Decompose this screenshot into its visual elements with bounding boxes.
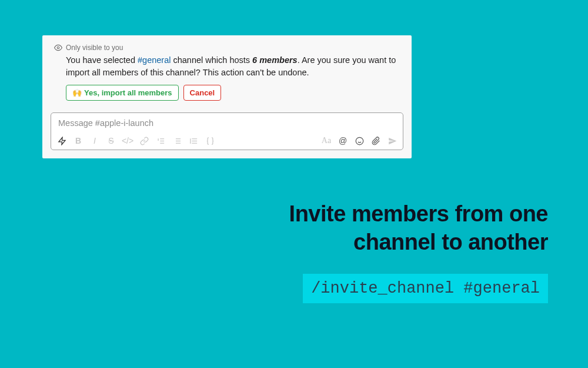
confirm-label: Yes, import all members	[84, 88, 172, 97]
headline-line2: channel to another	[289, 228, 548, 257]
action-buttons: 🙌 Yes, import all members Cancel	[51, 85, 403, 101]
message-body: You have selected #general channel which…	[51, 54, 403, 79]
slack-message-card: Only visible to you You have selected #g…	[42, 35, 412, 158]
svg-point-0	[57, 47, 59, 49]
raised-hands-icon: 🙌	[72, 88, 82, 97]
code-icon[interactable]: </>	[123, 136, 132, 145]
message-text: channel which hosts	[171, 55, 252, 65]
ephemeral-label: Only visible to you	[66, 44, 123, 52]
link-icon[interactable]	[139, 136, 149, 145]
member-count: 6 members	[252, 55, 298, 65]
blockquote-icon[interactable]	[189, 136, 198, 145]
format-icon[interactable]: Aa	[322, 136, 331, 145]
lightning-icon[interactable]	[57, 136, 66, 145]
toolbar-left: B I S </>	[57, 136, 215, 145]
send-icon[interactable]	[387, 136, 397, 145]
emoji-icon[interactable]	[355, 136, 364, 145]
code-block-icon[interactable]	[205, 136, 215, 145]
bold-icon[interactable]: B	[74, 136, 83, 145]
mention-icon[interactable]: @	[338, 136, 348, 145]
promo-headline: Invite members from one channel to anoth…	[289, 200, 548, 256]
channel-link[interactable]: #general	[138, 55, 171, 65]
svg-marker-1	[58, 137, 65, 145]
message-text: You have selected	[66, 55, 138, 65]
italic-icon[interactable]: I	[90, 136, 99, 145]
message-composer: Message #apple-i-launch B I S </>	[51, 112, 403, 150]
composer-toolbar: B I S </>	[51, 133, 403, 150]
cancel-button[interactable]: Cancel	[183, 85, 222, 101]
eye-icon	[54, 44, 62, 52]
strikethrough-icon[interactable]: S	[106, 136, 116, 145]
ephemeral-notice: Only visible to you	[51, 44, 403, 52]
confirm-button[interactable]: 🙌 Yes, import all members	[66, 85, 179, 101]
attachment-icon[interactable]	[371, 136, 380, 145]
svg-point-15	[356, 137, 363, 145]
message-input[interactable]: Message #apple-i-launch	[51, 113, 403, 133]
ordered-list-icon[interactable]	[156, 136, 165, 145]
headline-line1: Invite members from one	[289, 200, 548, 228]
toolbar-right: Aa @	[322, 136, 397, 145]
bullet-list-icon[interactable]	[172, 136, 182, 145]
command-example: /invite_channel #general	[303, 274, 548, 303]
